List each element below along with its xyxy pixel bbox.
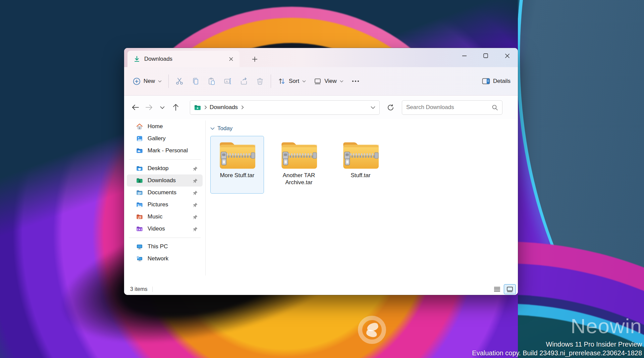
cut-icon <box>175 77 183 85</box>
file-name: Another TAR Archive.tar <box>274 172 324 186</box>
tab-close-button[interactable] <box>226 54 236 64</box>
pin-icon <box>193 178 198 183</box>
sidebar-item-label: Desktop <box>148 165 193 172</box>
title-bar[interactable]: Downloads <box>124 48 518 67</box>
search-input[interactable] <box>406 104 492 111</box>
sidebar-separator <box>129 159 201 160</box>
sidebar-item-gallery[interactable]: Gallery <box>127 133 203 145</box>
copy-icon <box>192 77 200 85</box>
file-name: More Stuff.tar <box>220 172 255 179</box>
sidebar-item-label: Gallery <box>148 135 203 142</box>
breadcrumb-downloads[interactable]: Downloads <box>210 104 238 111</box>
close-icon <box>505 53 510 58</box>
thumbnail-view-icon <box>506 287 513 292</box>
sidebar-item-onedrive-personal[interactable]: Mark - Personal <box>127 145 203 157</box>
sidebar-item-documents[interactable]: Documents <box>127 187 203 199</box>
sidebar-item-label: Mark - Personal <box>148 147 203 154</box>
close-window-button[interactable] <box>496 48 518 63</box>
cut-button[interactable] <box>171 73 187 89</box>
sidebar-item-label: This PC <box>148 243 203 250</box>
trash-icon <box>256 77 264 85</box>
details-pane-icon <box>482 78 490 85</box>
up-button[interactable] <box>169 101 182 114</box>
sidebar-item-downloads[interactable]: Downloads <box>127 174 203 187</box>
address-dropdown-chevron-icon[interactable] <box>371 106 375 109</box>
downloads-folder-icon <box>136 177 143 184</box>
paste-button[interactable] <box>204 73 220 89</box>
new-button-label: New <box>144 78 155 85</box>
sidebar-item-videos[interactable]: Videos <box>127 223 203 235</box>
sidebar-item-home[interactable]: Home <box>127 120 203 133</box>
more-options-button[interactable] <box>347 73 364 89</box>
minimize-button[interactable] <box>453 48 475 63</box>
minimize-icon <box>462 53 467 58</box>
refresh-button[interactable] <box>384 101 397 114</box>
neowin-brand-text: Neowin <box>472 313 642 339</box>
pictures-folder-icon <box>136 201 143 208</box>
sidebar-item-label: Downloads <box>148 177 193 184</box>
sidebar-item-label: Home <box>148 123 203 130</box>
rename-button[interactable]: A <box>220 73 236 89</box>
sidebar-item-label: Network <box>148 255 203 262</box>
address-row: Downloads <box>124 96 518 119</box>
share-icon <box>240 77 248 85</box>
details-pane-button[interactable]: Details <box>478 73 515 89</box>
tab-title: Downloads <box>144 56 226 62</box>
gallery-icon <box>136 135 143 142</box>
item-count: 3 items <box>130 286 148 292</box>
downloads-folder-mini-icon <box>194 105 201 110</box>
ellipsis-icon <box>352 80 359 82</box>
back-arrow-icon <box>132 104 139 110</box>
maximize-button[interactable] <box>475 48 496 63</box>
search-icon[interactable] <box>492 104 498 111</box>
tab-downloads[interactable]: Downloads <box>127 51 239 67</box>
copy-button[interactable] <box>187 73 204 89</box>
explorer-body: Home Gallery Mark - Personal <box>124 119 518 284</box>
toolbar-divider <box>168 74 169 88</box>
group-header-today[interactable]: Today <box>210 125 232 132</box>
search-box[interactable] <box>402 100 502 115</box>
sidebar-item-pictures[interactable]: Pictures <box>127 199 203 211</box>
neowin-logo-icon <box>358 316 386 344</box>
forward-button[interactable] <box>142 101 156 114</box>
sidebar-item-this-pc[interactable]: This PC <box>127 241 203 253</box>
delete-button[interactable] <box>252 73 268 89</box>
sort-icon <box>278 78 286 85</box>
recent-locations-button[interactable] <box>156 101 169 114</box>
videos-folder-icon <box>136 225 143 232</box>
navigation-pane: Home Gallery Mark - Personal <box>124 119 205 284</box>
desktop-folder-icon <box>136 165 143 172</box>
file-stuff-tar[interactable]: Stuff.tar <box>334 136 387 194</box>
plus-icon <box>252 56 258 62</box>
back-button[interactable] <box>129 101 142 114</box>
group-label: Today <box>217 125 232 132</box>
address-bar[interactable]: Downloads <box>190 100 380 115</box>
pin-icon <box>193 214 198 219</box>
view-button[interactable]: View <box>310 73 347 89</box>
evaluation-build-text: Evaluation copy. Build 23493.ni_prerelea… <box>472 349 642 357</box>
new-tab-button[interactable] <box>249 53 260 65</box>
forward-arrow-icon <box>145 104 153 110</box>
chevron-down-icon <box>158 80 162 83</box>
close-icon <box>229 57 233 61</box>
large-icons-view-toggle[interactable] <box>504 284 516 294</box>
list-view-icon <box>494 287 500 292</box>
sort-button[interactable]: Sort <box>274 73 310 89</box>
command-bar: New <box>124 67 518 96</box>
wallpaper-top-arc <box>0 0 523 49</box>
sidebar-item-desktop[interactable]: Desktop <box>127 162 203 174</box>
view-button-label: View <box>324 78 337 85</box>
breadcrumb-chevron-icon[interactable] <box>241 105 244 109</box>
view-icon <box>314 78 321 85</box>
group-collapse-chevron-icon[interactable] <box>210 127 215 130</box>
details-view-toggle[interactable] <box>491 284 503 294</box>
file-another-tar-archive-tar[interactable]: Another TAR Archive.tar <box>272 136 326 194</box>
sidebar-item-network[interactable]: Network <box>127 253 203 265</box>
sidebar-item-music[interactable]: Music <box>127 211 203 223</box>
network-icon <box>136 255 143 262</box>
sidebar-separator <box>129 238 201 238</box>
share-button[interactable] <box>236 73 252 89</box>
new-button[interactable]: New <box>129 73 166 89</box>
file-more-stuff-tar[interactable]: More Stuff.tar <box>210 136 264 194</box>
chevron-down-icon <box>302 80 306 83</box>
